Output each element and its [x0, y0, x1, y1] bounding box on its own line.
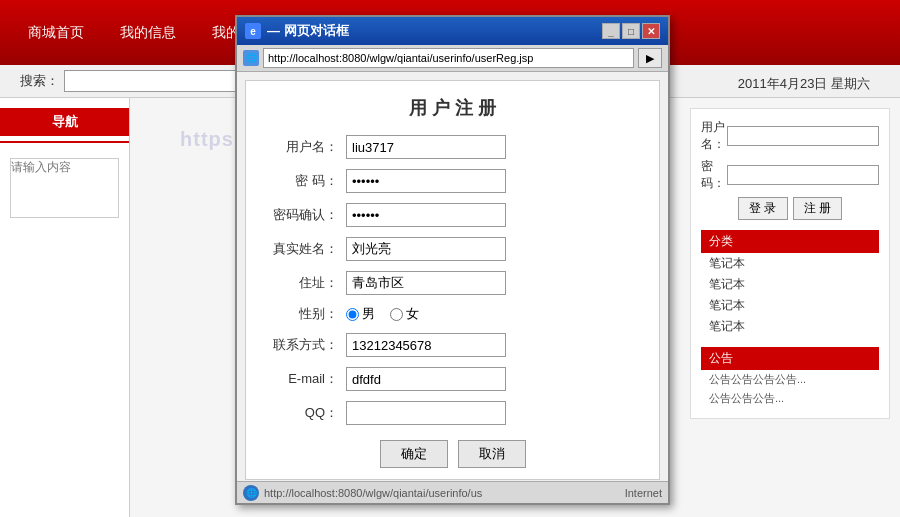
category-item-0[interactable]: 笔记本: [701, 253, 879, 274]
phone-row: 联系方式：: [266, 333, 639, 357]
gender-male-radio[interactable]: [346, 308, 359, 321]
password-label: 密 码：: [266, 172, 346, 190]
dialog-addressbar: 🌐 ▶: [237, 45, 668, 72]
email-label: E-mail：: [266, 370, 346, 388]
dialog-maximize-button[interactable]: □: [622, 23, 640, 39]
login-buttons: 登 录 注 册: [701, 197, 879, 220]
sidebar-title: 导航: [0, 108, 129, 136]
categories: 分类 笔记本 笔记本 笔记本 笔记本: [701, 230, 879, 337]
sidebar: 导航: [0, 98, 130, 517]
category-title: 分类: [701, 230, 879, 253]
realname-label: 真实姓名：: [266, 240, 346, 258]
login-user-label: 用户名：: [701, 119, 727, 153]
confirm-label: 密码确认：: [266, 206, 346, 224]
cancel-button[interactable]: 取消: [458, 440, 526, 468]
sidebar-input-area: [0, 148, 129, 231]
statusbar-url: http://localhost:8080/wlgw/qiantai/useri…: [264, 487, 482, 499]
confirm-row: 密码确认：: [266, 203, 639, 227]
realname-row: 真实姓名：: [266, 237, 639, 261]
announcement-item-0: 公告公告公告公告...: [701, 370, 879, 389]
login-user-row: 用户名：: [701, 119, 879, 153]
login-pass-input[interactable]: [727, 165, 879, 185]
email-row: E-mail：: [266, 367, 639, 391]
username-row: 用户名：: [266, 135, 639, 159]
phone-field[interactable]: [346, 333, 506, 357]
statusbar-zone: Internet: [625, 487, 662, 499]
realname-field[interactable]: [346, 237, 506, 261]
form-buttons: 确定 取消: [266, 440, 639, 468]
address-label: 住址：: [266, 274, 346, 292]
phone-label: 联系方式：: [266, 336, 346, 354]
search-input[interactable]: [64, 70, 244, 92]
nav-myinfo[interactable]: 我的信息: [112, 20, 184, 46]
category-item-2[interactable]: 笔记本: [701, 295, 879, 316]
dialog-title-text: — 网页对话框: [267, 22, 602, 40]
password-field[interactable]: [346, 169, 506, 193]
username-field[interactable]: [346, 135, 506, 159]
announcement-title: 公告: [701, 347, 879, 370]
qq-row: QQ：: [266, 401, 639, 425]
date-info: 2011年4月23日 星期六: [738, 75, 870, 93]
gender-female-label: 女: [406, 305, 419, 323]
login-button[interactable]: 登 录: [738, 197, 787, 220]
dialog-content: 用 户 注 册 用户名： 密 码： 密码确认： 真实姓名：: [245, 80, 660, 480]
search-label: 搜索：: [20, 72, 59, 90]
form-title: 用 户 注 册: [266, 96, 639, 120]
confirm-field[interactable]: [346, 203, 506, 227]
password-row: 密 码：: [266, 169, 639, 193]
announcement-item-1: 公告公告公告...: [701, 389, 879, 408]
confirm-button[interactable]: 确定: [380, 440, 448, 468]
register-button[interactable]: 注 册: [793, 197, 842, 220]
gender-options: 男 女: [346, 305, 419, 323]
browser-icon: 🌐: [243, 50, 259, 66]
dialog-close-button[interactable]: ✕: [642, 23, 660, 39]
announcement: 公告 公告公告公告公告... 公告公告公告...: [701, 347, 879, 408]
gender-row: 性别： 男 女: [266, 305, 639, 323]
address-field[interactable]: [346, 271, 506, 295]
nav-home[interactable]: 商城首页: [20, 20, 92, 46]
address-row: 住址：: [266, 271, 639, 295]
dialog-icon: e: [245, 23, 261, 39]
gender-male-option[interactable]: 男: [346, 305, 375, 323]
qq-label: QQ：: [266, 404, 346, 422]
gender-label: 性别：: [266, 305, 346, 323]
dialog-title-buttons: _ □ ✕: [602, 23, 660, 39]
right-login-box: 用户名： 密 码： 登 录 注 册 分类 笔记本 笔记本 笔记本 笔: [690, 108, 890, 419]
login-pass-row: 密 码：: [701, 158, 879, 192]
sidebar-textarea[interactable]: [10, 158, 119, 218]
statusbar-icon: 🌐: [243, 485, 259, 501]
category-item-3[interactable]: 笔记本: [701, 316, 879, 337]
login-pass-label: 密 码：: [701, 158, 727, 192]
go-button[interactable]: ▶: [638, 48, 662, 68]
dialog-minimize-button[interactable]: _: [602, 23, 620, 39]
dialog-titlebar[interactable]: e — 网页对话框 _ □ ✕: [237, 17, 668, 45]
gender-female-radio[interactable]: [390, 308, 403, 321]
address-input[interactable]: [263, 48, 634, 68]
login-user-input[interactable]: [727, 126, 879, 146]
category-item-1[interactable]: 笔记本: [701, 274, 879, 295]
qq-field[interactable]: [346, 401, 506, 425]
dialog-box: e — 网页对话框 _ □ ✕ 🌐 ▶ 用 户 注 册 用户名： 密 码: [235, 15, 670, 505]
gender-female-option[interactable]: 女: [390, 305, 419, 323]
username-label: 用户名：: [266, 138, 346, 156]
dialog-statusbar: 🌐 http://localhost:8080/wlgw/qiantai/use…: [237, 481, 668, 503]
gender-male-label: 男: [362, 305, 375, 323]
email-field[interactable]: [346, 367, 506, 391]
